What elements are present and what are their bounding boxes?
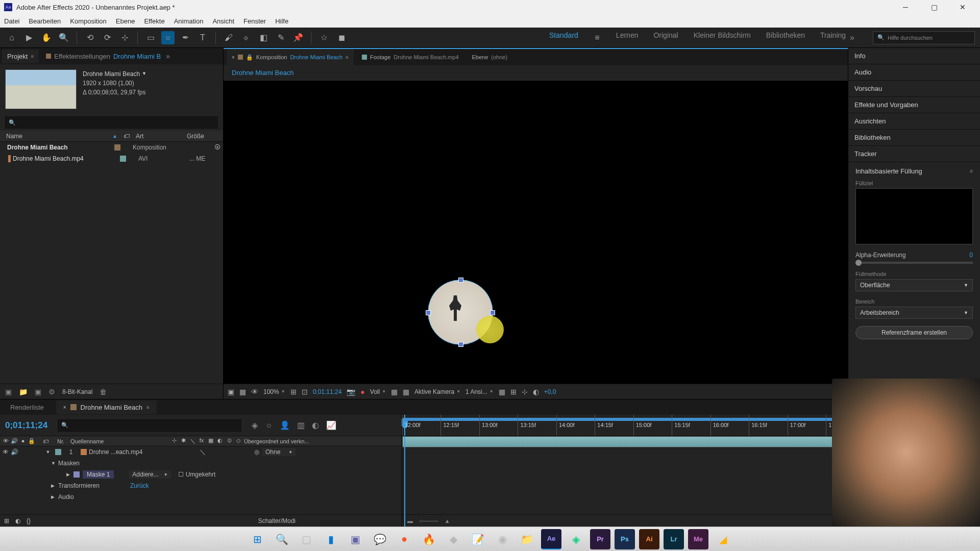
disclosure-open-icon[interactable]: ▼ [51, 461, 58, 466]
project-tab[interactable]: Projekt ≡ [2, 49, 39, 63]
workspace-overflow-icon[interactable]: » [850, 33, 854, 42]
mask-color-swatch[interactable] [74, 471, 80, 478]
explorer-icon[interactable]: ▮ [321, 529, 341, 549]
menu-window[interactable]: Fenster [243, 17, 266, 25]
whatsapp-icon[interactable]: 💬 [370, 529, 390, 549]
tab-close-icon[interactable]: × [63, 405, 66, 410]
premiere-icon[interactable]: Pr [590, 529, 610, 549]
roto-tool-icon[interactable]: ✎ [274, 31, 287, 44]
channel-icon[interactable]: ● [360, 388, 364, 396]
pixel-aspect-icon[interactable]: ▦ [499, 388, 505, 396]
project-item-row[interactable]: Drohne Miami Beach Komposition ⦿ [0, 142, 223, 153]
home-tool-icon[interactable]: ⌂ [5, 31, 18, 44]
label-swatch-icon[interactable] [120, 156, 126, 162]
zoom-slider[interactable]: ○──── [419, 518, 438, 524]
workspace-standard[interactable]: Standard [549, 31, 578, 44]
menu-animation[interactable]: Animation [174, 17, 204, 25]
mask-handle-left[interactable] [426, 310, 431, 315]
footage-tab[interactable]: Footage Drohne Miami Beach.mp4 [357, 54, 464, 60]
draft-3d-icon[interactable]: ☼ [265, 420, 273, 430]
panel-libraries[interactable]: Bibliotheken [848, 130, 980, 146]
grid-icon[interactable]: ⊞ [510, 388, 517, 396]
figma-icon[interactable]: ◈ [566, 529, 586, 549]
notes-icon[interactable]: 📝 [468, 529, 488, 549]
graph-editor-icon[interactable]: 📈 [326, 420, 336, 430]
panel-overflow-icon[interactable]: » [166, 52, 170, 60]
mask-visibility-icon[interactable]: 👁 [251, 388, 258, 396]
close-button[interactable]: ✕ [953, 1, 972, 13]
roi-icon[interactable]: ⊡ [302, 388, 308, 396]
menu-layer[interactable]: Ebene [116, 17, 135, 25]
illustrator-icon[interactable]: Ai [639, 529, 659, 549]
composition-viewport[interactable] [224, 81, 848, 384]
alpha-expansion-value[interactable]: 0 [969, 252, 973, 259]
interpret-footage-icon[interactable]: ▣ [5, 388, 12, 396]
media-encoder-icon[interactable]: Me [688, 529, 708, 549]
tab-close-icon[interactable]: × [232, 55, 235, 60]
panel-audio[interactable]: Audio [848, 64, 980, 81]
teams-icon[interactable]: ▣ [345, 529, 365, 549]
app-icon[interactable]: ◆ [443, 529, 463, 549]
comp-mini-flowchart-icon[interactable]: ◈ [252, 420, 258, 430]
exposure-value[interactable]: +0,0 [544, 388, 556, 395]
new-comp-icon[interactable]: ▣ [35, 388, 41, 396]
clone-tool-icon[interactable]: ⟐ [239, 31, 253, 44]
panel-align[interactable]: Ausrichten [848, 113, 980, 130]
anchor-tool-icon[interactable]: ⊹ [118, 31, 131, 44]
layer-name[interactable]: Drohne ...each.mp4 [89, 448, 142, 456]
menu-help[interactable]: Hilfe [275, 17, 288, 25]
color-depth[interactable]: 8-Bit-Kanal [62, 388, 92, 395]
timeline-search-input[interactable]: 🔍 [58, 419, 241, 432]
video-toggle-icon[interactable]: 👁 [2, 448, 9, 456]
project-search-input[interactable]: 🔍 [5, 116, 218, 129]
mask-row[interactable]: ▶ Maske 1 Addiere... ▼ ☐ Umgekehrt [0, 469, 402, 480]
search-taskbar-icon[interactable]: 🔍 [272, 529, 292, 549]
menu-composition[interactable]: Komposition [70, 17, 107, 25]
transparency-grid-icon[interactable]: ▦ [239, 388, 246, 396]
menu-effects[interactable]: Effekte [144, 17, 164, 25]
guides-icon[interactable]: ⊹ [522, 388, 528, 396]
masks-group-row[interactable]: ▼ Masken [0, 458, 402, 469]
fill-method-select[interactable]: Oberfläche ▼ [855, 279, 973, 291]
zoom-out-icon[interactable]: ▬ [407, 518, 413, 524]
tab-menu-icon[interactable]: ≡ [146, 405, 150, 410]
transform-group-row[interactable]: ▶ Transformieren Zurück [0, 480, 402, 491]
mask-fill-icon[interactable]: ◼ [335, 31, 348, 44]
minimize-button[interactable]: ─ [896, 1, 915, 13]
panel-info[interactable]: Info [848, 48, 980, 64]
toggle-brackets-icon[interactable]: {} [27, 517, 31, 524]
mask-handle-bottom[interactable] [458, 342, 463, 347]
disclosure-open-icon[interactable]: ▼ [46, 449, 51, 455]
workspace-training[interactable]: Training [820, 31, 846, 44]
obs-icon[interactable]: ◉ [492, 529, 512, 549]
workspace-learn[interactable]: Lernen [616, 31, 639, 44]
trash-icon[interactable]: 🗑 [100, 388, 107, 396]
toggle-modes-icon[interactable]: ◐ [15, 517, 20, 524]
maximize-button[interactable]: ▢ [925, 1, 943, 13]
frame-blend-icon[interactable]: ▥ [297, 420, 305, 430]
3d-view-icon[interactable]: ▦ [403, 388, 409, 396]
audio-group-row[interactable]: ▶ Audio [0, 491, 402, 503]
column-name[interactable]: Name ▲ [3, 133, 120, 140]
effect-controls-tab[interactable]: Effekteinstellungen Drohne Miami B » [41, 49, 221, 63]
mask-ellipse[interactable] [428, 280, 493, 345]
workspace-libraries[interactable]: Bibliotheken [766, 31, 805, 44]
pickwhip-icon[interactable]: ◎ [254, 448, 259, 456]
fast-preview-icon[interactable]: ▦ [391, 388, 398, 396]
switch-mode-toggle[interactable]: Schalter/Modi [258, 517, 296, 524]
zoom-select[interactable]: 100% ▼ [263, 388, 285, 395]
snap-toggle-icon[interactable]: ☆ [317, 31, 331, 44]
mask-handle-right[interactable] [490, 310, 495, 315]
start-button[interactable]: ⊞ [247, 529, 267, 549]
current-time[interactable]: 0;01;11;24 [313, 388, 342, 395]
motion-blur-icon[interactable]: ◐ [312, 420, 319, 430]
exposure-icon[interactable]: ◐ [533, 388, 539, 396]
photoshop-icon[interactable]: Ps [615, 529, 635, 549]
brave-icon[interactable]: ● [394, 529, 414, 549]
asset-thumbnail[interactable] [5, 69, 77, 109]
label-swatch-icon[interactable] [114, 144, 120, 151]
mask-handle-top[interactable] [458, 278, 463, 283]
after-effects-icon[interactable]: Ae [541, 529, 561, 549]
puppet-tool-icon[interactable]: 📌 [291, 31, 305, 44]
zoom-in-icon[interactable]: ▲ [445, 518, 450, 524]
